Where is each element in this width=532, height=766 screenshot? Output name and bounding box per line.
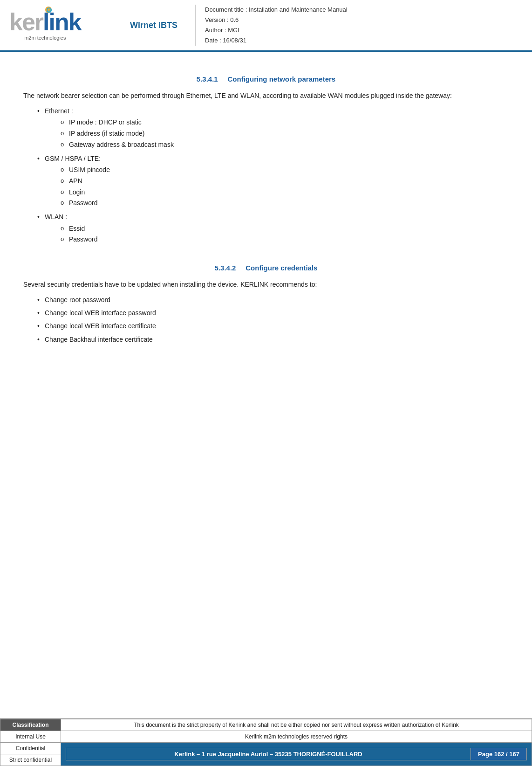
doc-version-label: Version :	[205, 16, 229, 23]
cred-item-web-cert: Change local WEB interface certificate	[37, 321, 509, 331]
wlan-label: WLAN :	[45, 213, 67, 221]
doc-title-value: Installation and Maintenance Manual	[249, 6, 348, 13]
footer-row-confidential: Confidential Kerlink – 1 rue Jacqueline …	[0, 743, 532, 754]
page-header: ker 🌐 link m2m technologies Wirnet iBTS …	[0, 0, 532, 52]
sub-item-essid: Essid	[59, 223, 509, 235]
gsm-sub-list: USIM pincode APN Login Password	[59, 165, 509, 209]
footer-address-row: Kerlink – 1 rue Jacqueline Auriol – 3523…	[61, 743, 532, 766]
wlan-sub-list: Essid Password	[59, 223, 509, 246]
section2-heading: Configure credentials	[246, 264, 317, 272]
logo-subtitle: m2m technologies	[24, 35, 66, 41]
doc-date-label: Date :	[205, 37, 221, 44]
doc-date-value: 16/08/31	[223, 37, 246, 44]
sub-item-ip-address: IP address (if static mode)	[59, 128, 509, 139]
footer-address: Kerlink – 1 rue Jacqueline Auriol – 3523…	[66, 748, 471, 760]
classification-header: Classification	[0, 719, 61, 731]
confidential-label: Confidential	[0, 743, 61, 754]
list-item-gsm: GSM / HSPA / LTE: USIM pincode APN Login…	[37, 153, 509, 209]
section1-number: 5.3.4.1	[197, 75, 218, 83]
footer-note-reserved: Kerlink m2m technologies reserved rights	[61, 731, 532, 743]
footer: Classification This document is the stri…	[0, 718, 532, 766]
logo-area: ker 🌐 link m2m technologies	[9, 5, 112, 46]
section1-title: 5.3.4.1 Configuring network parameters	[23, 75, 509, 83]
section1-heading: Configuring network parameters	[228, 75, 336, 83]
doc-title-label: Document title :	[205, 6, 247, 13]
ethernet-label: Ethernet :	[45, 107, 73, 115]
cred-item-web-password: Change local WEB interface password	[37, 308, 509, 318]
sub-item-ip-mode: IP mode : DHCP or static	[59, 117, 509, 128]
sub-item-password2: Password	[59, 234, 509, 245]
list-item-wlan: WLAN : Essid Password	[37, 212, 509, 245]
footer-note-main: This document is the strict property of …	[61, 719, 532, 731]
section1-intro: The network bearer selection can be perf…	[23, 90, 509, 101]
sub-item-login: Login	[59, 187, 509, 198]
footer-row-header: Classification This document is the stri…	[0, 719, 532, 731]
section2-list: Change root password Change local WEB in…	[37, 295, 509, 345]
main-content: 5.3.4.1 Configuring network parameters T…	[0, 52, 532, 363]
logo-wrapper: ker 🌐 link m2m technologies	[9, 10, 81, 41]
doc-author-value: MGI	[228, 27, 239, 34]
doc-version-value: 0.6	[230, 16, 239, 23]
cred-item-backhaul-cert: Change Backhaul interface certificate	[37, 334, 509, 345]
gsm-label: GSM / HSPA / LTE:	[45, 155, 101, 162]
sub-item-gateway: Gateway address & broadcast mask	[59, 139, 509, 151]
ethernet-sub-list: IP mode : DHCP or static IP address (if …	[59, 117, 509, 150]
footer-row-internal: Internal Use Kerlink m2m technologies re…	[0, 731, 532, 743]
footer-page: Page 162 / 167	[471, 748, 527, 760]
list-item-ethernet: Ethernet : IP mode : DHCP or static IP a…	[37, 106, 509, 151]
cred-item-root: Change root password	[37, 295, 509, 305]
sub-item-usim: USIM pincode	[59, 165, 509, 176]
doc-author-label: Author :	[205, 27, 226, 34]
product-name: Wirnet iBTS	[112, 5, 196, 46]
logo: ker 🌐 link	[9, 10, 81, 34]
section2-title: 5.3.4.2 Configure credentials	[23, 264, 509, 272]
internal-use-label: Internal Use	[0, 731, 61, 743]
sub-item-apn: APN	[59, 176, 509, 187]
strict-confidential-label: Strict confidential	[0, 754, 61, 766]
section1-list: Ethernet : IP mode : DHCP or static IP a…	[37, 106, 509, 245]
section2-number: 5.3.4.2	[215, 264, 236, 272]
sub-item-password1: Password	[59, 198, 509, 209]
footer-table: Classification This document is the stri…	[0, 719, 532, 766]
doc-info: Document title : Installation and Mainte…	[196, 5, 518, 46]
section2-intro: Several security credentials have to be …	[23, 279, 509, 290]
logo-ker: ker	[9, 8, 43, 35]
